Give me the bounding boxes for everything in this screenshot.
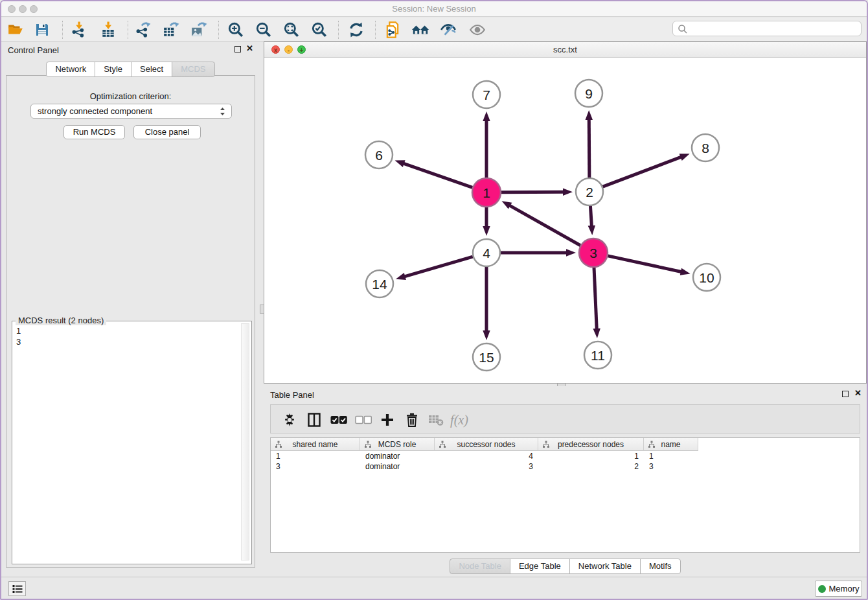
deselect-all-icon[interactable]	[354, 410, 373, 430]
graph-edge-arrow	[566, 249, 576, 256]
graph-edge-3-1[interactable]	[509, 205, 580, 246]
result-line: 1	[16, 325, 21, 336]
export-network-icon[interactable]	[134, 21, 152, 39]
tab-mcds[interactable]: MCDS	[172, 62, 214, 77]
table-cell[interactable]: dominator	[360, 451, 435, 461]
table-cell[interactable]: 1	[538, 451, 644, 461]
zoom-selected-icon[interactable]	[310, 21, 328, 39]
column-header-shared-name[interactable]: shared name	[271, 438, 360, 451]
toolbar-separator	[128, 21, 128, 39]
import-table-icon[interactable]	[99, 21, 117, 39]
column-header-successor-nodes[interactable]: successor nodes	[435, 438, 538, 451]
main-toolbar	[1, 17, 867, 41]
float-panel-icon[interactable]	[842, 391, 849, 397]
export-image-icon[interactable]	[190, 21, 208, 39]
tab-node-table[interactable]: Node Table	[450, 559, 510, 574]
graph-edge-1-2[interactable]	[501, 192, 564, 192]
table-cell[interactable]: 3	[435, 461, 538, 472]
table-cell[interactable]: 3	[271, 461, 360, 472]
network-view-window: x - + scc.txt 1234678910111415	[264, 41, 867, 384]
table-body: 1dominator4113dominator323	[271, 451, 860, 472]
table-cell[interactable]: 1	[644, 451, 698, 461]
table-row[interactable]: 3dominator323	[271, 461, 860, 472]
graph-edge-arrow	[563, 189, 573, 196]
columns-icon[interactable]	[304, 410, 324, 430]
tab-edge-table[interactable]: Edge Table	[510, 559, 570, 574]
hierarchy-icon	[648, 441, 656, 448]
graph-node-label: 8	[702, 141, 709, 156]
hierarchy-icon	[542, 441, 550, 448]
network-canvas[interactable]: 1234678910111415	[264, 58, 866, 383]
mcds-result-text[interactable]: 13	[16, 325, 21, 347]
graph-node-label: 1	[483, 185, 490, 200]
graph-edge-2-3[interactable]	[590, 206, 591, 227]
column-header-name[interactable]: name	[644, 438, 698, 451]
refresh-icon[interactable]	[347, 21, 365, 39]
close-panel-icon[interactable]: ✕	[854, 389, 862, 398]
toolbar-separator	[338, 21, 339, 39]
zoom-in-icon[interactable]	[227, 21, 245, 39]
settings-gear-icon[interactable]	[280, 410, 299, 430]
export-table-icon[interactable]	[162, 21, 180, 39]
graph-node-label: 6	[375, 148, 383, 163]
graph-node-label: 7	[483, 87, 490, 102]
show-all-icon[interactable]	[468, 21, 486, 39]
run-mcds-button[interactable]: Run MCDS	[63, 125, 125, 139]
tab-network[interactable]: Network	[46, 62, 95, 77]
graph-edge-4-14[interactable]	[404, 257, 472, 277]
control-panel-header: Control Panel ✕	[1, 41, 260, 58]
search-field[interactable]	[672, 21, 862, 36]
add-row-icon[interactable]	[378, 410, 397, 430]
table-cell[interactable]: dominator	[360, 461, 435, 472]
graph-edge-1-6[interactable]	[403, 163, 472, 188]
destroy-table-icon[interactable]	[426, 410, 446, 430]
delete-row-icon[interactable]	[402, 410, 422, 430]
node-table: shared nameMCDS rolesuccessor nodesprede…	[270, 437, 860, 553]
memory-status-icon	[818, 585, 826, 593]
mcds-result-title: MCDS result (2 nodes)	[16, 316, 106, 325]
open-session-icon[interactable]	[6, 21, 25, 39]
graph-edge-2-9[interactable]	[589, 119, 589, 178]
tab-network-table[interactable]: Network Table	[569, 559, 641, 574]
task-history-button[interactable]	[8, 581, 26, 596]
function-builder-icon[interactable]: f(x)	[450, 410, 469, 430]
clone-network-icon[interactable]	[383, 21, 402, 39]
optimization-select[interactable]: strongly connected component	[30, 104, 232, 119]
graph-edge-arrow	[680, 154, 690, 161]
graph-edge-2-8[interactable]	[603, 157, 682, 187]
tab-select[interactable]: Select	[131, 62, 172, 77]
select-all-icon[interactable]	[329, 410, 348, 430]
control-panel: Control Panel ✕ NetworkStyleSelectMCDS O…	[1, 41, 260, 577]
table-cell[interactable]: 4	[435, 451, 538, 461]
table-cell[interactable]: 3	[644, 461, 698, 472]
table-row[interactable]: 1dominator411	[271, 451, 860, 461]
result-scrollbar[interactable]	[241, 323, 249, 560]
optimization-label: Optimization criterion:	[6, 91, 255, 101]
table-header-row: shared nameMCDS rolesuccessor nodesprede…	[271, 438, 860, 451]
table-cell[interactable]: 1	[271, 451, 360, 461]
hide-selected-icon[interactable]	[439, 21, 457, 39]
zoom-out-icon[interactable]	[255, 21, 273, 39]
tab-motifs[interactable]: Motifs	[640, 559, 681, 574]
column-header-predecessor-nodes[interactable]: predecessor nodes	[538, 438, 644, 451]
graph-edge-arrow	[593, 329, 600, 338]
graph-node-label: 14	[372, 277, 387, 292]
graph-edge-3-10[interactable]	[608, 256, 681, 272]
float-panel-icon[interactable]	[234, 46, 241, 52]
control-panel-title: Control Panel	[8, 45, 59, 55]
graph-node-label: 11	[591, 348, 605, 363]
search-input[interactable]	[690, 22, 858, 35]
tab-style[interactable]: Style	[95, 62, 131, 77]
graph-edge-3-11[interactable]	[594, 268, 597, 330]
save-session-icon[interactable]	[33, 21, 51, 39]
column-header-MCDS-role[interactable]: MCDS role	[360, 438, 435, 451]
hierarchy-icon	[275, 441, 282, 448]
close-panel-button[interactable]: Close panel	[133, 125, 201, 139]
memory-button[interactable]: Memory	[815, 581, 862, 597]
graph-edge-arrow	[586, 110, 593, 120]
close-panel-icon[interactable]: ✕	[246, 44, 253, 53]
import-network-icon[interactable]	[70, 21, 88, 39]
table-cell[interactable]: 2	[538, 461, 644, 472]
home-layout-icon[interactable]	[411, 21, 429, 39]
zoom-fit-icon[interactable]	[282, 21, 301, 39]
